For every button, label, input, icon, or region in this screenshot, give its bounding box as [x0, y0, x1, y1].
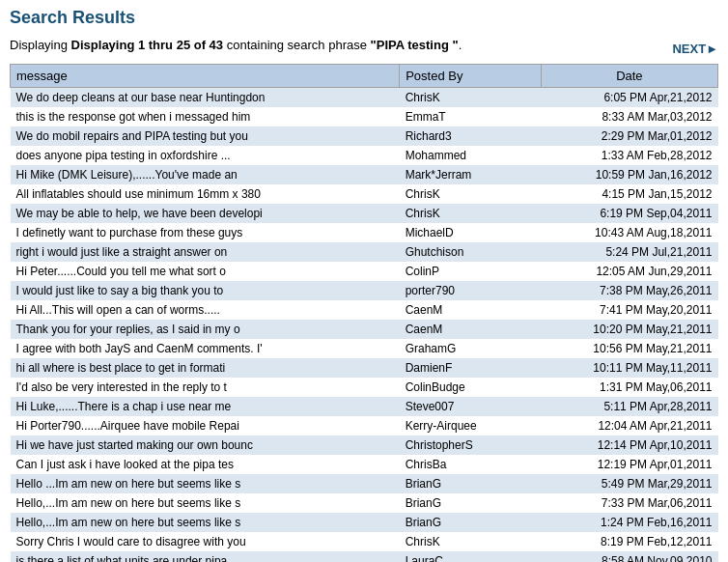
cell-posted-by: CaenM — [400, 320, 542, 339]
cell-posted-by: EmmaT — [400, 107, 542, 126]
table-row[interactable]: I definetly want to purchase from these … — [11, 223, 718, 242]
cell-date: 10:43 AM Aug,18,2011 — [541, 223, 717, 242]
cell-message: Thank you for your replies, as I said in… — [11, 320, 400, 339]
table-row[interactable]: right i would just like a straight answe… — [11, 242, 718, 262]
cell-date: 5:24 PM Jul,21,2011 — [541, 242, 717, 262]
table-row[interactable]: We do deep cleans at our base near Hunti… — [11, 88, 718, 108]
cell-message: Hi Mike (DMK Leisure),......You've made … — [11, 165, 400, 184]
display-phrase: "PIPA testing " — [371, 38, 459, 52]
cell-message: I agree with both JayS and CaenM comment… — [11, 339, 400, 358]
table-row[interactable]: I would just like to say a big thank you… — [11, 281, 718, 300]
table-row[interactable]: Hi Porter790......Airquee have mobile Re… — [11, 416, 718, 436]
cell-message: this is the response got when i messaged… — [11, 107, 400, 126]
table-row[interactable]: Hello,...Im am new on here but seems lik… — [11, 493, 718, 513]
cell-posted-by: ChrisK — [400, 88, 542, 108]
cell-message: We may be able to help, we have been dev… — [11, 204, 400, 223]
cell-posted-by: BrianG — [400, 474, 542, 493]
table-row[interactable]: Can I just ask i have looked at the pipa… — [11, 455, 718, 474]
table-row[interactable]: We may be able to help, we have been dev… — [11, 204, 718, 223]
table-row[interactable]: We do mobil repairs and PIPA testing but… — [11, 126, 718, 146]
cell-message: I would just like to say a big thank you… — [11, 281, 400, 300]
cell-message: I'd also be very interested in the reply… — [11, 378, 400, 397]
display-mid: containing search phrase — [223, 38, 370, 52]
cell-date: 7:33 PM Mar,06,2011 — [541, 493, 717, 513]
next-label: NEXT — [672, 42, 706, 56]
cell-date: 10:11 PM May,11,2011 — [541, 358, 717, 378]
table-body: We do deep cleans at our base near Hunti… — [11, 88, 718, 563]
table-row[interactable]: Sorry Chris I would care to disagree wit… — [11, 532, 718, 551]
cell-date: 7:38 PM May,26,2011 — [541, 281, 717, 300]
header-posted-by: Posted By — [400, 65, 542, 88]
nav-row: Displaying Displaying 1 thru 25 of 43 co… — [10, 38, 718, 60]
table-row[interactable]: Hi we have just started making our own b… — [11, 436, 718, 455]
display-line: Displaying Displaying 1 thru 25 of 43 co… — [10, 38, 462, 52]
display-prefix: Displaying — [10, 38, 71, 52]
table-header-row: message Posted By Date — [11, 65, 718, 88]
table-row[interactable]: is there a list of what units are under … — [11, 551, 718, 562]
cell-date: 10:20 PM May,21,2011 — [541, 320, 717, 339]
cell-posted-by: ChristopherS — [400, 436, 542, 455]
cell-message: Sorry Chris I would care to disagree wit… — [11, 532, 400, 551]
cell-date: 8:19 PM Feb,12,2011 — [541, 532, 717, 551]
cell-posted-by: ChrisK — [400, 532, 542, 551]
cell-date: 12:05 AM Jun,29,2011 — [541, 262, 717, 281]
table-row[interactable]: I'd also be very interested in the reply… — [11, 378, 718, 397]
table-row[interactable]: Hello ...Im am new on here but seems lik… — [11, 474, 718, 493]
cell-date: 1:31 PM May,06,2011 — [541, 378, 717, 397]
cell-posted-by: Ghutchison — [400, 242, 542, 262]
cell-message: We do mobil repairs and PIPA testing but… — [11, 126, 400, 146]
table-row[interactable]: does anyone pipa testing in oxfordshire … — [11, 146, 718, 165]
cell-message: Hello,...Im am new on here but seems lik… — [11, 513, 400, 532]
next-link[interactable]: NEXT► — [672, 42, 718, 56]
cell-date: 12:04 AM Apr,21,2011 — [541, 416, 717, 436]
cell-posted-by: BrianG — [400, 513, 542, 532]
page-title: Search Results — [10, 8, 718, 28]
header-message: message — [11, 65, 400, 88]
table-row[interactable]: Hi Peter......Could you tell me what sor… — [11, 262, 718, 281]
table-row[interactable]: this is the response got when i messaged… — [11, 107, 718, 126]
results-table: message Posted By Date We do deep cleans… — [10, 64, 718, 562]
cell-date: 6:19 PM Sep,04,2011 — [541, 204, 717, 223]
cell-message: I definetly want to purchase from these … — [11, 223, 400, 242]
table-row[interactable]: Hello,...Im am new on here but seems lik… — [11, 513, 718, 532]
cell-posted-by: ColinBudge — [400, 378, 542, 397]
table-row[interactable]: Thank you for your replies, as I said in… — [11, 320, 718, 339]
table-row[interactable]: Hi Luke,......There is a chap i use near… — [11, 397, 718, 416]
table-row[interactable]: I agree with both JayS and CaenM comment… — [11, 339, 718, 358]
cell-date: 5:49 PM Mar,29,2011 — [541, 474, 717, 493]
cell-date: 4:15 PM Jan,15,2012 — [541, 184, 717, 204]
cell-message: Hi Peter......Could you tell me what sor… — [11, 262, 400, 281]
cell-message: All inflatables should use minimum 16mm … — [11, 184, 400, 204]
cell-posted-by: ChrisK — [400, 204, 542, 223]
cell-date: 6:05 PM Apr,21,2012 — [541, 88, 717, 108]
cell-posted-by: Richard3 — [400, 126, 542, 146]
cell-date: 5:11 PM Apr,28,2011 — [541, 397, 717, 416]
cell-date: 10:59 PM Jan,16,2012 — [541, 165, 717, 184]
display-bold: Displaying 1 thru 25 of 43 — [71, 38, 224, 52]
cell-posted-by: ChrisK — [400, 184, 542, 204]
cell-posted-by: ColinP — [400, 262, 542, 281]
cell-message: right i would just like a straight answe… — [11, 242, 400, 262]
header-date: Date — [541, 65, 717, 88]
cell-date: 1:24 PM Feb,16,2011 — [541, 513, 717, 532]
table-row[interactable]: hi all where is best place to get in for… — [11, 358, 718, 378]
cell-message: Hi All...This will open a can of worms..… — [11, 300, 400, 320]
cell-posted-by: GrahamG — [400, 339, 542, 358]
cell-message: Hi we have just started making our own b… — [11, 436, 400, 455]
cell-date: 7:41 PM May,20,2011 — [541, 300, 717, 320]
cell-date: 8:33 AM Mar,03,2012 — [541, 107, 717, 126]
cell-date: 10:56 PM May,21,2011 — [541, 339, 717, 358]
table-row[interactable]: Hi All...This will open a can of worms..… — [11, 300, 718, 320]
cell-posted-by: LauraC — [400, 551, 542, 562]
cell-message: Hello ...Im am new on here but seems lik… — [11, 474, 400, 493]
cell-message: We do deep cleans at our base near Hunti… — [11, 88, 400, 108]
cell-posted-by: BrianG — [400, 493, 542, 513]
cell-posted-by: Mark*Jerram — [400, 165, 542, 184]
cell-posted-by: ChrisBa — [400, 455, 542, 474]
cell-date: 8:58 AM Nov,09,2010 — [541, 551, 717, 562]
table-row[interactable]: All inflatables should use minimum 16mm … — [11, 184, 718, 204]
cell-message: is there a list of what units are under … — [11, 551, 400, 562]
cell-posted-by: porter790 — [400, 281, 542, 300]
cell-posted-by: Steve007 — [400, 397, 542, 416]
table-row[interactable]: Hi Mike (DMK Leisure),......You've made … — [11, 165, 718, 184]
